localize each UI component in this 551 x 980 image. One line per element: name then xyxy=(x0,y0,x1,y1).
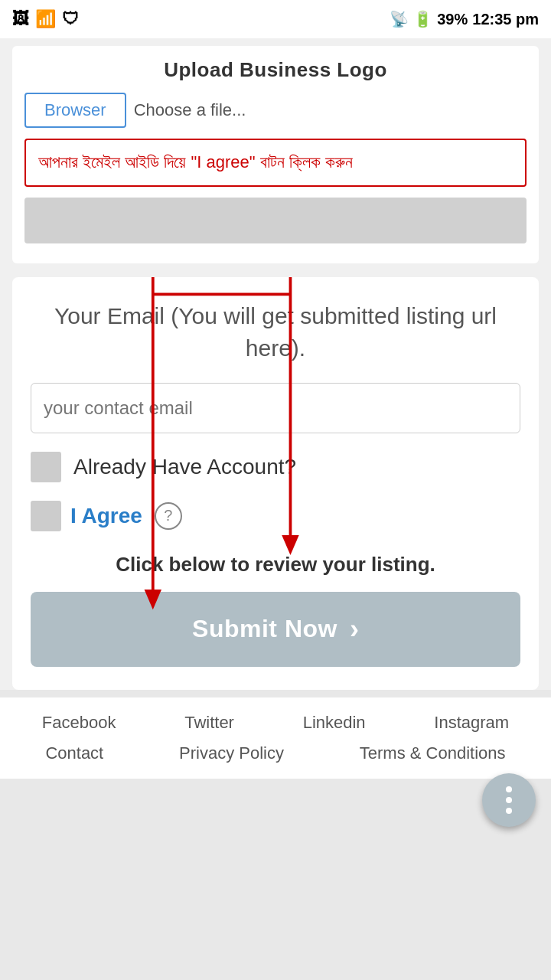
footer-link-privacy[interactable]: Privacy Policy xyxy=(179,743,284,763)
fab-dot-1 xyxy=(506,786,512,792)
fab-button[interactable] xyxy=(482,773,536,827)
email-label-text: Your Email (You will get submitted listi… xyxy=(31,300,520,364)
already-account-checkbox[interactable] xyxy=(31,452,61,482)
upload-section: Upload Business Logo Browser Choose a fi… xyxy=(12,46,539,263)
upload-title: Upload Business Logo xyxy=(24,58,527,82)
email-card: Your Email (You will get submitted listi… xyxy=(12,277,539,690)
fab-dot-2 xyxy=(506,797,512,803)
submit-now-button[interactable]: Submit Now › xyxy=(31,592,520,667)
already-account-label: Already Have Account? xyxy=(73,455,296,479)
bengali-instruction-text: আপনার ইমেইল আইডি দিয়ে "I agree" বাটন ক্… xyxy=(38,152,353,172)
choose-file-tab[interactable]: Choose a file... xyxy=(134,100,246,120)
footer-row-2: Contact Privacy Policy Terms & Condition… xyxy=(8,743,543,763)
photo-icon: 🖼 xyxy=(12,9,29,29)
main-content: Upload Business Logo Browser Choose a fi… xyxy=(0,38,551,690)
bengali-instruction-box: আপনার ইমেইল আইডি দিয়ে "I agree" বাটন ক্… xyxy=(24,139,527,187)
status-bar: 🖼 📶 🛡 📡 🔋 39% 12:35 pm xyxy=(0,0,551,38)
file-tabs: Browser Choose a file... xyxy=(24,93,527,128)
footer: Facebook Twitter Linkedin Instagram Cont… xyxy=(0,697,551,779)
email-input[interactable] xyxy=(31,383,520,433)
help-icon[interactable]: ? xyxy=(155,502,182,530)
already-have-account-row: Already Have Account? xyxy=(31,452,520,482)
wifi2-icon: 📡 xyxy=(390,10,409,28)
separator xyxy=(12,271,539,277)
i-agree-checkbox[interactable] xyxy=(31,501,61,531)
time-display: 12:35 pm xyxy=(472,11,539,28)
click-below-text: Click below to review your listing. xyxy=(31,553,520,577)
i-agree-row: I Agree ? xyxy=(31,501,520,531)
footer-link-linkedin[interactable]: Linkedin xyxy=(303,713,366,733)
footer-link-facebook[interactable]: Facebook xyxy=(42,713,116,733)
battery-icon: 🔋 xyxy=(413,10,432,28)
fab-dot-3 xyxy=(506,808,512,814)
status-right-info: 📡 🔋 39% 12:35 pm xyxy=(390,10,539,28)
browser-tab[interactable]: Browser xyxy=(24,93,126,128)
status-left-icons: 🖼 📶 🛡 xyxy=(12,9,79,29)
footer-link-twitter[interactable]: Twitter xyxy=(184,713,234,733)
submit-btn-arrow-icon: › xyxy=(350,613,359,645)
footer-link-contact[interactable]: Contact xyxy=(45,743,103,763)
battery-percent: 39% xyxy=(437,11,468,28)
submit-btn-label: Submit Now xyxy=(192,615,337,643)
footer-link-instagram[interactable]: Instagram xyxy=(434,713,509,733)
footer-link-terms[interactable]: Terms & Conditions xyxy=(360,743,506,763)
shield-icon: 🛡 xyxy=(62,9,79,29)
fab-dots-icon xyxy=(506,786,512,814)
footer-row-1: Facebook Twitter Linkedin Instagram xyxy=(8,713,543,733)
wifi-icon: 📶 xyxy=(35,9,56,29)
grey-placeholder xyxy=(24,198,527,243)
i-agree-label: I Agree xyxy=(70,504,142,528)
